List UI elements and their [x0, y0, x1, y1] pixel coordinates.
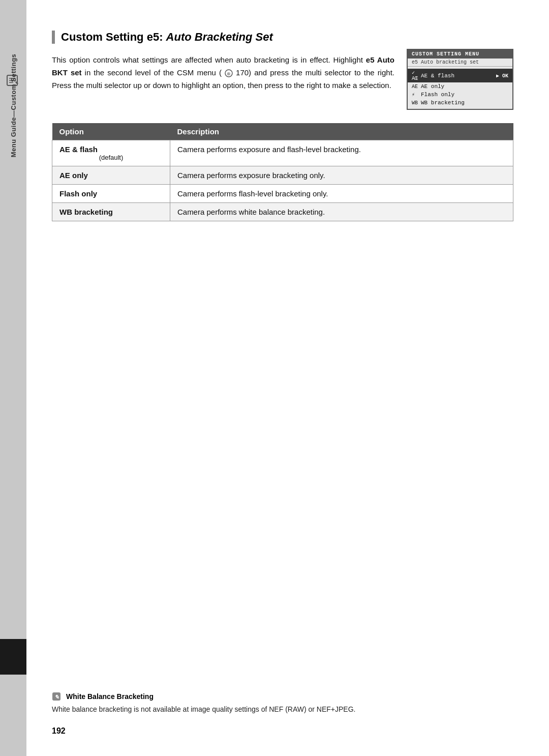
- table-cell-option-1: AE & flash (default): [52, 140, 170, 166]
- camera-row-icon-4: WB: [412, 100, 421, 106]
- camera-row-label-2: AE only: [421, 83, 508, 90]
- sidebar: Menu Guide—Custom Settings: [0, 0, 26, 756]
- body-section: CUSTOM SETTING MENU e5 Auto bracketing s…: [52, 54, 513, 118]
- option-label-4: WB bracketing: [59, 208, 113, 216]
- camera-screen-row-2: AE AE only: [408, 82, 512, 91]
- option-label-2: AE only: [59, 171, 88, 180]
- table-cell-desc-4: Camera performs white balance bracketing…: [170, 203, 513, 221]
- option-sublabel-1: (default): [59, 154, 163, 161]
- footer-note: ✎ White Balance Bracketing White balance…: [52, 692, 513, 715]
- table-col-option: Option: [52, 123, 170, 140]
- table-row: AE & flash (default) Camera performs exp…: [52, 140, 513, 166]
- camera-screen: CUSTOM SETTING MENU e5 Auto bracketing s…: [407, 49, 513, 110]
- camera-screen-subheader: e5 Auto bracketing set: [408, 59, 512, 67]
- table-row: AE only Camera performs exposure bracket…: [52, 166, 513, 185]
- footer-note-text: White balance bracketing is not availabl…: [52, 704, 513, 715]
- page-number: 192: [52, 726, 66, 736]
- camera-row-label-4: WB bracketing: [421, 100, 508, 106]
- camera-row-icon-3: ⚡: [412, 92, 421, 98]
- table-cell-option-3: Flash only: [52, 185, 170, 203]
- main-content: Custom Setting e5: Auto Bracketing Set C…: [26, 0, 549, 756]
- pencil-icon: ✎: [52, 692, 61, 701]
- table-row: WB bracketing Camera performs white bala…: [52, 203, 513, 221]
- title-italic: Auto Bracketing Set: [166, 31, 273, 43]
- table-cell-option-2: AE only: [52, 166, 170, 185]
- page: Menu Guide—Custom Settings Custom Settin…: [0, 0, 549, 756]
- title-prefix: Custom Setting e5:: [61, 31, 166, 43]
- camera-screen-header: CUSTOM SETTING MENU: [408, 50, 512, 59]
- options-table: Option Description AE & flash (default) …: [52, 123, 513, 221]
- camera-screen-row-4: WB WB bracketing: [408, 99, 512, 107]
- table-col-description: Description: [170, 123, 513, 140]
- camera-row-icon-1: ✓ AŒ: [412, 70, 421, 81]
- table-header-row: Option Description: [52, 123, 513, 140]
- svg-text:⊗: ⊗: [227, 71, 231, 76]
- camera-screen-body: ✓ AŒ AE & flash ▶ OK AE AE only ⚡ Flash …: [408, 67, 512, 109]
- camera-screen-row-1: ✓ AŒ AE & flash ▶ OK: [408, 69, 512, 82]
- page-title: Custom Setting e5: Auto Bracketing Set: [52, 31, 513, 44]
- svg-text:✎: ✎: [54, 694, 59, 700]
- table-row: Flash only Camera performs flash-level b…: [52, 185, 513, 203]
- body-highlight: e5 Auto BKT set: [52, 55, 394, 77]
- option-label-1: AE & flash: [59, 145, 98, 154]
- footer-note-title: ✎ White Balance Bracketing: [52, 692, 513, 701]
- option-label-3: Flash only: [59, 189, 97, 198]
- sidebar-label: Menu Guide—Custom Settings: [10, 54, 17, 158]
- camera-row-ok-1: ▶ OK: [496, 73, 508, 79]
- camera-screen-row-3: ⚡ Flash only: [408, 91, 512, 99]
- table-cell-option-4: WB bracketing: [52, 203, 170, 221]
- camera-row-label-3: Flash only: [421, 92, 508, 98]
- camera-row-label-1: AE & flash: [421, 73, 496, 79]
- sidebar-black-block: [0, 639, 26, 675]
- table-cell-desc-1: Camera performs exposure and flash-level…: [170, 140, 513, 166]
- table-header: Option Description: [52, 123, 513, 140]
- table-body: AE & flash (default) Camera performs exp…: [52, 140, 513, 221]
- footer-note-heading: White Balance Bracketing: [66, 692, 154, 701]
- table-cell-desc-2: Camera performs exposure bracketing only…: [170, 166, 513, 185]
- camera-row-icon-2: AE: [412, 84, 421, 90]
- camera-screen-image: CUSTOM SETTING MENU e5 Auto bracketing s…: [407, 49, 513, 110]
- table-cell-desc-3: Camera performs flash-level bracketing o…: [170, 185, 513, 203]
